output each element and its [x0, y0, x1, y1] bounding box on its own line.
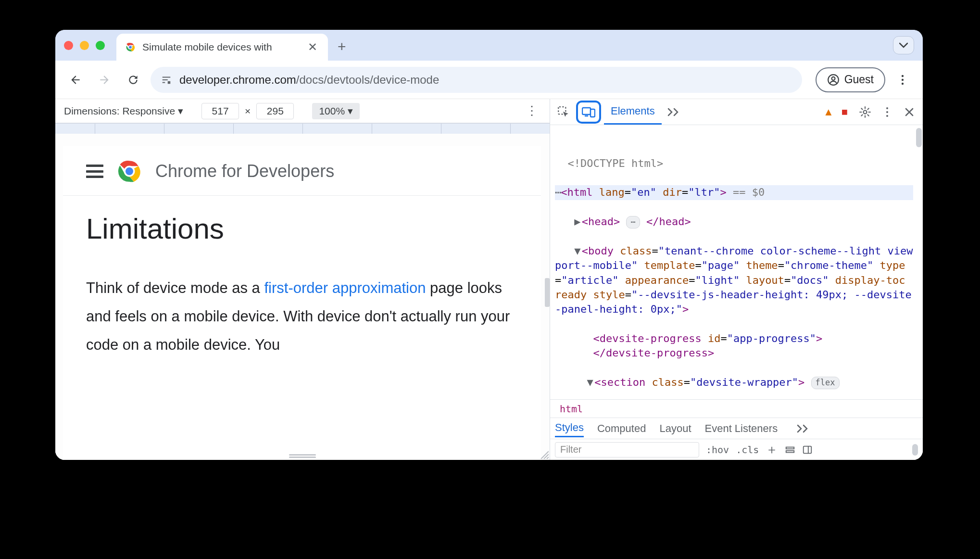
error-icon[interactable]: ■ — [842, 106, 848, 118]
svg-rect-20 — [786, 450, 794, 452]
device-toolbar: Dimensions: Responsive ▾ 517 × 295 100% … — [55, 99, 550, 123]
html-element-line[interactable]: ⋯<html lang="en" dir="ltr"> == $0 — [555, 185, 913, 200]
dimension-separator: × — [245, 105, 251, 117]
maximize-window-button[interactable] — [96, 41, 105, 50]
window-controls — [64, 41, 105, 50]
browser-window: Simulate mobile devices with ✕ + develop… — [55, 30, 923, 460]
page-h1: Limitations — [86, 212, 518, 245]
close-tab-button[interactable]: ✕ — [306, 40, 319, 54]
tab-search-button[interactable] — [893, 36, 914, 54]
computed-styles-sidebar-icon[interactable] — [785, 445, 795, 455]
back-button[interactable] — [64, 68, 87, 91]
hamburger-icon[interactable] — [86, 165, 103, 178]
browser-menu-button[interactable] — [891, 68, 914, 91]
reload-button[interactable] — [122, 68, 145, 91]
guest-icon — [827, 74, 840, 86]
svg-point-4 — [831, 76, 835, 80]
close-window-button[interactable] — [64, 41, 73, 50]
page-body: Limitations Think of device mode as a fi… — [63, 196, 541, 376]
tab-title: Simulate mobile devices with — [142, 41, 300, 53]
profile-chip[interactable]: Guest — [816, 67, 885, 92]
new-tab-button[interactable]: + — [338, 36, 346, 55]
styles-tabstrip: Styles Computed Layout Event Listeners — [550, 418, 923, 439]
viewport-resize-handle-right[interactable] — [545, 278, 550, 307]
device-mode-pane: Dimensions: Responsive ▾ 517 × 295 100% … — [55, 99, 550, 460]
elements-tab[interactable]: Elements — [604, 99, 662, 125]
viewport-resize-handle-bottom[interactable] — [289, 454, 316, 458]
svg-point-15 — [864, 110, 867, 114]
svg-point-17 — [886, 111, 888, 113]
scrollbar-thumb[interactable] — [916, 128, 922, 147]
svg-point-7 — [902, 82, 904, 84]
toggle-panel-icon[interactable] — [802, 445, 813, 455]
more-styles-tabs-icon[interactable] — [794, 419, 813, 438]
scrollbar-thumb[interactable] — [912, 444, 918, 456]
svg-rect-14 — [591, 109, 595, 117]
page-header: Chrome for Developers — [63, 146, 541, 196]
svg-point-18 — [886, 115, 888, 117]
devtools-tabstrip: Elements ▲ ■ — [550, 99, 923, 125]
minimize-window-button[interactable] — [80, 41, 89, 50]
zoom-dropdown[interactable]: 100% ▾ — [312, 103, 360, 119]
styles-tab[interactable]: Styles — [555, 419, 584, 437]
viewport-width-input[interactable]: 517 — [201, 103, 239, 119]
styles-filter-input[interactable]: Filter — [555, 442, 699, 457]
computed-tab[interactable]: Computed — [597, 420, 646, 437]
head-element-line[interactable]: ▶<head> ⋯ </head> — [555, 215, 913, 229]
warning-icon[interactable]: ▲ — [823, 106, 834, 118]
dimensions-dropdown[interactable]: Dimensions: Responsive ▾ — [64, 105, 183, 117]
para-prefix: Think of device mode as a — [86, 280, 264, 296]
event-listeners-tab[interactable]: Event Listeners — [705, 420, 778, 437]
device-toolbar-menu[interactable]: ⋮ — [522, 103, 541, 118]
devtools-settings-icon[interactable] — [855, 102, 875, 122]
doctype-line: <!DOCTYPE html> — [568, 157, 664, 169]
svg-point-6 — [902, 78, 904, 80]
chevron-down-icon: ▾ — [178, 105, 183, 117]
svg-rect-19 — [786, 447, 794, 449]
viewport-resize-handle-corner[interactable] — [539, 449, 549, 459]
site-settings-icon[interactable] — [161, 75, 172, 85]
cls-toggle[interactable]: .cls — [736, 444, 759, 456]
browser-tab[interactable]: Simulate mobile devices with ✕ — [116, 34, 328, 61]
selected-element-indicator: == $0 — [733, 186, 765, 198]
breadcrumb-html[interactable]: html — [555, 403, 588, 415]
section-wrapper-line[interactable]: ▼<section class="devsite-wrapper"> flex — [555, 375, 913, 390]
devtools-pane: Elements ▲ ■ <!DOCTYPE html> ⋯<ht — [550, 99, 923, 460]
devsite-progress-line[interactable]: <devsite-progress id="app-progress"> </d… — [555, 331, 913, 361]
chrome-favicon-icon — [124, 41, 137, 53]
page-header-title: Chrome for Developers — [155, 161, 334, 181]
more-tabs-icon[interactable] — [665, 102, 684, 122]
styles-toolbar: Filter :hov .cls ＋ — [550, 439, 923, 460]
chrome-logo-icon — [117, 159, 142, 184]
chevron-down-icon: ▾ — [348, 105, 353, 117]
svg-rect-12 — [582, 108, 591, 114]
new-style-rule-button[interactable]: ＋ — [766, 441, 778, 458]
layout-tab[interactable]: Layout — [659, 420, 691, 437]
address-bar[interactable]: developer.chrome.com/docs/devtools/devic… — [151, 67, 802, 93]
hov-toggle[interactable]: :hov — [706, 444, 729, 456]
page-paragraph: Think of device mode as a first-order ap… — [86, 274, 518, 359]
body-element-line[interactable]: ▼<body class="tenant--chrome color-schem… — [555, 244, 913, 317]
inspect-element-icon[interactable] — [554, 102, 573, 122]
flex-badge[interactable]: flex — [811, 377, 840, 389]
dimensions-label: Dimensions: Responsive — [64, 105, 175, 117]
forward-button[interactable] — [93, 68, 116, 91]
devtools-menu-icon[interactable] — [878, 102, 897, 122]
ruler[interactable] — [55, 123, 550, 134]
profile-label: Guest — [844, 73, 874, 86]
svg-point-5 — [902, 75, 904, 76]
content-area: Dimensions: Responsive ▾ 517 × 295 100% … — [55, 99, 923, 460]
viewport-height-input[interactable]: 295 — [256, 103, 294, 119]
url-text: developer.chrome.com/docs/devtools/devic… — [179, 73, 439, 87]
svg-rect-21 — [804, 446, 812, 453]
toggle-device-toolbar-icon[interactable] — [576, 101, 601, 124]
filter-placeholder: Filter — [560, 444, 581, 455]
simulated-page[interactable]: Chrome for Developers Limitations Think … — [63, 146, 541, 460]
close-devtools-button[interactable] — [900, 102, 919, 122]
approximation-link[interactable]: first-order approximation — [264, 280, 426, 296]
browser-toolbar: developer.chrome.com/docs/devtools/devic… — [55, 61, 923, 99]
dom-breadcrumb[interactable]: html — [550, 399, 923, 418]
svg-point-16 — [886, 107, 888, 109]
dom-tree[interactable]: <!DOCTYPE html> ⋯<html lang="en" dir="lt… — [550, 125, 923, 399]
zoom-value: 100% — [319, 105, 345, 117]
